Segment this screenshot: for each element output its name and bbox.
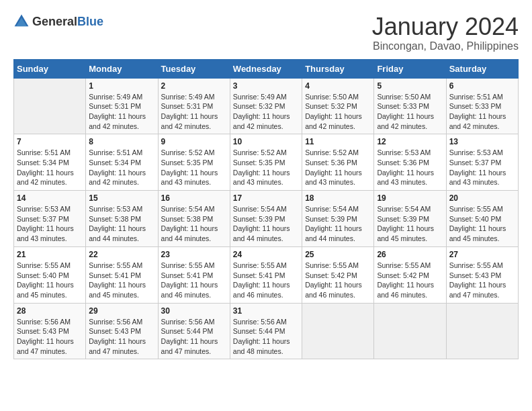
calendar-cell: 31Sunrise: 5:56 AM Sunset: 5:44 PM Dayli…: [230, 303, 302, 359]
calendar-cell: [302, 303, 374, 359]
day-number: 21: [17, 250, 83, 259]
day-number: 14: [17, 193, 83, 203]
logo-icon: [13, 13, 30, 30]
calendar-cell: [374, 303, 446, 359]
day-detail: Sunrise: 5:55 AM Sunset: 5:42 PM Dayligh…: [377, 261, 443, 300]
calendar-cell: 14Sunrise: 5:53 AM Sunset: 5:37 PM Dayli…: [14, 191, 86, 247]
day-number: 26: [377, 250, 443, 259]
day-number: 6: [449, 81, 515, 91]
day-detail: Sunrise: 5:56 AM Sunset: 5:44 PM Dayligh…: [233, 317, 299, 357]
day-detail: Sunrise: 5:51 AM Sunset: 5:34 PM Dayligh…: [89, 148, 154, 187]
calendar-cell: 17Sunrise: 5:54 AM Sunset: 5:39 PM Dayli…: [230, 191, 302, 247]
day-detail: Sunrise: 5:54 AM Sunset: 5:38 PM Dayligh…: [161, 204, 227, 244]
calendar-cell: 7Sunrise: 5:51 AM Sunset: 5:34 PM Daylig…: [14, 134, 86, 191]
calendar-cell: [14, 78, 86, 134]
day-detail: Sunrise: 5:52 AM Sunset: 5:35 PM Dayligh…: [233, 148, 299, 187]
logo: General Blue: [13, 13, 103, 30]
day-detail: Sunrise: 5:54 AM Sunset: 5:39 PM Dayligh…: [233, 204, 299, 244]
day-number: 15: [89, 193, 154, 203]
calendar-header-row: SundayMondayTuesdayWednesdayThursdayFrid…: [14, 59, 519, 78]
day-number: 29: [89, 306, 154, 316]
calendar-cell: [446, 303, 518, 359]
calendar-week-row: 21Sunrise: 5:55 AM Sunset: 5:40 PM Dayli…: [14, 246, 519, 303]
calendar-cell: 10Sunrise: 5:52 AM Sunset: 5:35 PM Dayli…: [230, 134, 302, 191]
calendar-header-day-wednesday: Wednesday: [230, 59, 302, 78]
calendar-cell: 5Sunrise: 5:50 AM Sunset: 5:33 PM Daylig…: [374, 78, 446, 134]
calendar-cell: 11Sunrise: 5:52 AM Sunset: 5:36 PM Dayli…: [302, 134, 374, 191]
page-header: General Blue January 2024 Bincongan, Dav…: [13, 13, 519, 52]
day-number: 23: [161, 250, 227, 259]
calendar-week-row: 1Sunrise: 5:49 AM Sunset: 5:31 PM Daylig…: [14, 78, 519, 134]
day-detail: Sunrise: 5:55 AM Sunset: 5:40 PM Dayligh…: [449, 204, 515, 244]
day-number: 25: [305, 250, 371, 259]
calendar-header-day-saturday: Saturday: [446, 59, 518, 78]
day-detail: Sunrise: 5:50 AM Sunset: 5:32 PM Dayligh…: [305, 92, 371, 132]
day-detail: Sunrise: 5:52 AM Sunset: 5:36 PM Dayligh…: [305, 148, 371, 187]
day-number: 19: [377, 193, 443, 203]
page-subtitle: Bincongan, Davao, Philippines: [372, 40, 519, 52]
day-number: 8: [89, 137, 154, 146]
day-number: 22: [89, 250, 154, 259]
day-detail: Sunrise: 5:53 AM Sunset: 5:37 PM Dayligh…: [17, 204, 83, 244]
calendar-header-day-monday: Monday: [86, 59, 158, 78]
calendar-header-day-friday: Friday: [374, 59, 446, 78]
calendar-cell: 6Sunrise: 5:51 AM Sunset: 5:33 PM Daylig…: [446, 78, 518, 134]
logo-general-text: General: [32, 15, 77, 28]
day-detail: Sunrise: 5:53 AM Sunset: 5:38 PM Dayligh…: [89, 204, 154, 244]
day-detail: Sunrise: 5:56 AM Sunset: 5:43 PM Dayligh…: [17, 317, 83, 357]
day-detail: Sunrise: 5:53 AM Sunset: 5:37 PM Dayligh…: [449, 148, 515, 187]
title-area: January 2024 Bincongan, Davao, Philippin…: [372, 13, 519, 52]
day-detail: Sunrise: 5:56 AM Sunset: 5:44 PM Dayligh…: [161, 317, 227, 357]
calendar-cell: 18Sunrise: 5:54 AM Sunset: 5:39 PM Dayli…: [302, 191, 374, 247]
calendar-table: SundayMondayTuesdayWednesdayThursdayFrid…: [13, 59, 519, 360]
day-detail: Sunrise: 5:54 AM Sunset: 5:39 PM Dayligh…: [305, 204, 371, 244]
day-detail: Sunrise: 5:55 AM Sunset: 5:41 PM Dayligh…: [89, 261, 154, 300]
day-number: 20: [449, 193, 515, 203]
calendar-cell: 1Sunrise: 5:49 AM Sunset: 5:31 PM Daylig…: [86, 78, 158, 134]
day-detail: Sunrise: 5:55 AM Sunset: 5:41 PM Dayligh…: [161, 261, 227, 300]
day-detail: Sunrise: 5:54 AM Sunset: 5:39 PM Dayligh…: [377, 204, 443, 244]
day-detail: Sunrise: 5:55 AM Sunset: 5:42 PM Dayligh…: [305, 261, 371, 300]
calendar-header-day-tuesday: Tuesday: [158, 59, 230, 78]
calendar-cell: 25Sunrise: 5:55 AM Sunset: 5:42 PM Dayli…: [302, 246, 374, 303]
day-number: 5: [377, 81, 443, 91]
calendar-cell: 2Sunrise: 5:49 AM Sunset: 5:31 PM Daylig…: [158, 78, 230, 134]
calendar-week-row: 28Sunrise: 5:56 AM Sunset: 5:43 PM Dayli…: [14, 303, 519, 359]
calendar-cell: 29Sunrise: 5:56 AM Sunset: 5:43 PM Dayli…: [86, 303, 158, 359]
calendar-week-row: 7Sunrise: 5:51 AM Sunset: 5:34 PM Daylig…: [14, 134, 519, 191]
day-detail: Sunrise: 5:50 AM Sunset: 5:33 PM Dayligh…: [377, 92, 443, 132]
day-detail: Sunrise: 5:49 AM Sunset: 5:32 PM Dayligh…: [233, 92, 299, 132]
calendar-week-row: 14Sunrise: 5:53 AM Sunset: 5:37 PM Dayli…: [14, 191, 519, 247]
calendar-cell: 23Sunrise: 5:55 AM Sunset: 5:41 PM Dayli…: [158, 246, 230, 303]
calendar-cell: 12Sunrise: 5:53 AM Sunset: 5:36 PM Dayli…: [374, 134, 446, 191]
logo-blue-text: Blue: [77, 15, 103, 28]
calendar-cell: 19Sunrise: 5:54 AM Sunset: 5:39 PM Dayli…: [374, 191, 446, 247]
day-detail: Sunrise: 5:56 AM Sunset: 5:43 PM Dayligh…: [89, 317, 154, 357]
day-number: 7: [17, 137, 83, 146]
day-detail: Sunrise: 5:55 AM Sunset: 5:41 PM Dayligh…: [233, 261, 299, 300]
day-detail: Sunrise: 5:49 AM Sunset: 5:31 PM Dayligh…: [89, 92, 154, 132]
calendar-cell: 27Sunrise: 5:55 AM Sunset: 5:43 PM Dayli…: [446, 246, 518, 303]
calendar-cell: 9Sunrise: 5:52 AM Sunset: 5:35 PM Daylig…: [158, 134, 230, 191]
day-detail: Sunrise: 5:52 AM Sunset: 5:35 PM Dayligh…: [161, 148, 227, 187]
day-detail: Sunrise: 5:51 AM Sunset: 5:33 PM Dayligh…: [449, 92, 515, 132]
day-detail: Sunrise: 5:55 AM Sunset: 5:40 PM Dayligh…: [17, 261, 83, 300]
calendar-header-day-sunday: Sunday: [14, 59, 86, 78]
calendar-cell: 16Sunrise: 5:54 AM Sunset: 5:38 PM Dayli…: [158, 191, 230, 247]
day-number: 10: [233, 137, 299, 146]
calendar-cell: 20Sunrise: 5:55 AM Sunset: 5:40 PM Dayli…: [446, 191, 518, 247]
day-number: 11: [305, 137, 371, 146]
day-number: 9: [161, 137, 227, 146]
day-number: 24: [233, 250, 299, 259]
day-number: 28: [17, 306, 83, 316]
day-number: 17: [233, 193, 299, 203]
day-number: 16: [161, 193, 227, 203]
day-number: 18: [305, 193, 371, 203]
calendar-cell: 21Sunrise: 5:55 AM Sunset: 5:40 PM Dayli…: [14, 246, 86, 303]
day-number: 1: [89, 81, 154, 91]
calendar-cell: 3Sunrise: 5:49 AM Sunset: 5:32 PM Daylig…: [230, 78, 302, 134]
day-detail: Sunrise: 5:55 AM Sunset: 5:43 PM Dayligh…: [449, 261, 515, 300]
day-number: 30: [161, 306, 227, 316]
page-title: January 2024: [372, 13, 519, 40]
calendar-cell: 8Sunrise: 5:51 AM Sunset: 5:34 PM Daylig…: [86, 134, 158, 191]
